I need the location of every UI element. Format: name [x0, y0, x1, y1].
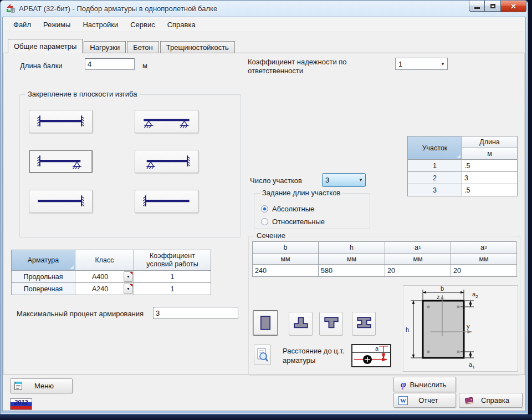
beam-scheme-pinned-pinned-button[interactable]	[135, 110, 198, 133]
chevron-down-icon: ▼	[356, 178, 365, 183]
calculate-button[interactable]: φ Вычислить	[393, 377, 456, 392]
section-unit-cell: мм	[451, 254, 516, 264]
svg-text:a1: a1	[469, 361, 475, 370]
close-icon: ✕	[510, 3, 516, 10]
chevron-down-icon: ▼	[126, 287, 130, 291]
max-percent-input[interactable]	[153, 307, 238, 319]
tee-inverted-section-icon	[290, 313, 312, 335]
segments-col-header-length[interactable]: Длина	[462, 136, 517, 148]
rebar-transverse-class-cell[interactable]: А240 ▼	[75, 283, 134, 295]
tab-loads[interactable]: Нагрузки	[84, 41, 126, 53]
section-a2-value[interactable]: 20	[451, 265, 516, 276]
section-col-header-a2: a2	[451, 242, 516, 253]
section-shape-ibeam-button[interactable]	[352, 312, 376, 336]
safety-factor-combobox[interactable]: 1 ▼	[395, 58, 448, 70]
section-unit-cell: мм	[385, 254, 451, 264]
rebar-class-dropdown-button[interactable]: ▼	[124, 271, 133, 282]
menu-button-label: Меню	[23, 382, 72, 390]
chevron-down-icon: ▼	[438, 62, 447, 67]
spans-count-combobox[interactable]: 3 ▼	[322, 173, 366, 187]
menu-file[interactable]: Файл	[7, 19, 37, 31]
word-report-icon: W	[398, 396, 408, 405]
section-shape-rectangle-button[interactable]	[253, 310, 278, 336]
length-mode-group-title: Задание длин участков	[260, 189, 342, 197]
section-h-value[interactable]: 580	[319, 265, 385, 276]
length-mode-relative-option[interactable]: Относительные	[261, 217, 325, 226]
section-a1-value[interactable]: 20	[385, 265, 451, 276]
section-col-header-h: h	[319, 242, 385, 253]
axis-y-label: y	[467, 323, 470, 330]
menu-modes[interactable]: Режимы	[37, 19, 76, 31]
menu-settings[interactable]: Настройки	[76, 19, 124, 31]
section-header-a1-base: a	[415, 244, 418, 251]
tab-strip: Общие параметры Нагрузки Бетон Трещиност…	[8, 39, 235, 53]
tab-crack-resistance[interactable]: Трещиностойкость	[160, 41, 235, 53]
menu-service[interactable]: Сервис	[124, 19, 161, 31]
segments-table: Участок Длина м 1 .5 2 3 3 .5	[407, 136, 518, 196]
section-shape-tee-inverted-button[interactable]	[289, 312, 313, 336]
section-col-header-a1: a1	[385, 242, 451, 253]
safety-factor-label: Коэффициент надежности по ответственност…	[248, 58, 391, 75]
beam-pinned-fixed-icon	[137, 151, 196, 172]
tab-concrete[interactable]: Бетон	[127, 41, 159, 53]
rebar-distance-label: Расстояние до ц.т. арматуры	[283, 346, 355, 365]
window-title: АРБАТ (32-бит) - Подбор арматуры в одноп…	[19, 4, 217, 13]
fixation-group-title: Закрепление в плоскости изгиба	[25, 90, 139, 98]
spans-count-value: 3	[323, 176, 356, 184]
section-b-value[interactable]: 240	[253, 265, 318, 276]
section-shape-tee-button[interactable]	[319, 312, 343, 336]
help-button-label: Справка	[475, 396, 522, 404]
rebar-longitudinal-coef-cell[interactable]: 1	[134, 271, 211, 282]
bottom-edge	[0, 414, 532, 420]
year-badge: 2012	[10, 398, 32, 410]
segment-length-cell[interactable]: .5	[462, 160, 517, 171]
rebar-transverse-class-value: А240	[92, 285, 108, 293]
chevron-down-icon: ▼	[126, 275, 130, 279]
segments-col-header-unit: м	[462, 148, 517, 159]
ibeam-section-icon	[353, 313, 375, 335]
report-button-label: Отчет	[408, 396, 456, 404]
rebar-class-dropdown-button[interactable]: ▼	[124, 284, 133, 294]
section-header-h-label: h	[350, 244, 354, 251]
beam-length-input[interactable]	[85, 58, 135, 70]
dim-a2-sub: 2	[475, 294, 478, 299]
dim-b-label: b	[441, 285, 444, 292]
calculate-button-label: Вычислить	[407, 381, 456, 389]
length-mode-absolute-option[interactable]: Абсолютные	[261, 205, 314, 213]
radio-unselected-icon	[261, 218, 268, 225]
segment-length-cell[interactable]: .5	[462, 184, 517, 196]
section-header-b-label: b	[284, 244, 288, 251]
rebar-transverse-coef-cell[interactable]: 1	[134, 283, 211, 295]
window-controls: ✕	[469, 1, 526, 12]
section-header-a1-sub: 1	[418, 245, 421, 250]
beam-scheme-pinned-fixed-button[interactable]	[135, 150, 198, 173]
rebar-row-transverse-label: Поперечная	[12, 283, 75, 295]
close-button[interactable]: ✕	[500, 1, 526, 12]
dim-h-label: h	[406, 326, 409, 333]
section-unit-cell: мм	[319, 254, 385, 264]
red-corner-marker-icon	[130, 272, 132, 275]
maximize-button[interactable]	[485, 1, 500, 12]
menu-bar: Файл Режимы Настройки Сервис Справка	[3, 17, 525, 32]
svg-text:h: h	[406, 326, 409, 333]
tab-general[interactable]: Общие параметры	[8, 39, 83, 53]
segment-length-cell[interactable]: 3	[462, 172, 517, 184]
menu-help[interactable]: Справка	[161, 19, 202, 31]
rebar-col-header[interactable]: Арматура	[12, 250, 75, 270]
segments-col-header-segment[interactable]: Участок	[408, 136, 462, 159]
length-mode-relative-label: Относительные	[272, 217, 325, 226]
dim-a1-sub: 1	[472, 365, 475, 370]
beam-scheme-fixed-fixed-button[interactable]	[29, 110, 93, 133]
minimize-button[interactable]	[469, 1, 485, 12]
rebar-table: Арматура Класс Коэффициент условий работ…	[11, 250, 211, 295]
beam-scheme-fixed-free-button[interactable]	[135, 190, 198, 213]
rebar-longitudinal-class-cell[interactable]: А400 ▼	[75, 271, 134, 282]
rebar-class-header: Класс	[75, 250, 134, 270]
rebar-distance-preview-button[interactable]	[254, 345, 271, 365]
segment-row-number: 2	[408, 172, 462, 184]
beam-scheme-free-fixed-button[interactable]	[29, 190, 93, 213]
help-button[interactable]: Справка	[459, 393, 523, 408]
menu-button[interactable]: Меню	[10, 378, 73, 393]
report-button[interactable]: W Отчет	[393, 393, 456, 408]
beam-scheme-fixed-pinned-button[interactable]	[29, 150, 93, 173]
